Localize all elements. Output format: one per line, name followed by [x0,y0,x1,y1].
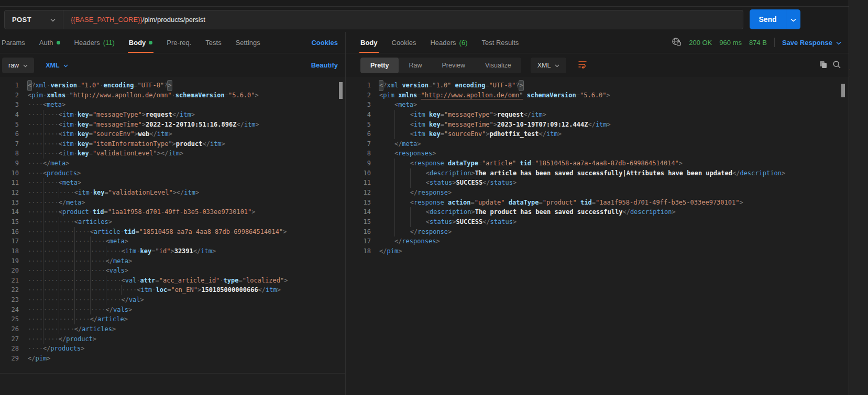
tab-settings[interactable]: Settings [236,32,260,53]
code-line[interactable]: 6········<itm·key="sourceEnv">web</itm> [0,129,345,139]
code-token: = [89,149,93,159]
code-line[interactable]: 5 <itm key="messageTime">2023-10-19T07:0… [346,120,849,130]
code-token: · [90,188,93,198]
code-line[interactable]: 9····</meta> [0,159,345,168]
code-line[interactable]: 13········</meta> [0,198,345,208]
code-token: < [90,227,94,237]
code-line[interactable]: 6 <itm key="sourceEnv">pdhotfix_test</it… [346,129,849,139]
code-line[interactable]: 27········</product> [0,334,345,344]
scrollbar-thumb[interactable] [339,82,343,99]
tab-pre-request[interactable]: Pre-req. [167,32,191,53]
line-content: <description>The product has been saved … [379,207,676,217]
response-body-editor[interactable]: 1<?xml version="1.0" encoding="UTF-8"?>2… [346,77,849,395]
code-token: = [478,159,482,168]
code-token: < [426,207,430,217]
code-line[interactable]: 16················<article·tid="18510458… [0,227,345,237]
code-line[interactable]: 15············<articles> [0,217,345,227]
beautify-button[interactable]: Beautify [311,61,338,69]
code-line[interactable]: 10 <description>The article has been sav… [346,168,849,178]
code-token: </ [394,236,402,246]
view-preview[interactable]: Preview [432,58,475,73]
code-line[interactable]: 21························<val·attr="acc… [0,276,345,286]
code-line[interactable]: 13 <response action="update" dataType="p… [346,198,849,208]
tab-response-body[interactable]: Body [360,32,378,53]
code-line[interactable]: 1<?xml version="1.0" encoding="UTF-8"?> [346,81,849,91]
copy-button[interactable] [816,59,830,72]
code-line[interactable]: 18························<itm·key="id">… [0,246,345,256]
response-time: 960 ms [719,39,742,47]
tab-tests[interactable]: Tests [205,32,221,53]
code-line[interactable]: 17····················<meta> [0,236,345,246]
response-language-select[interactable]: XML [531,58,567,73]
code-line[interactable]: 8········<itm·key="validationLevel"></it… [0,149,345,159]
code-line[interactable]: 25················</article> [0,314,345,324]
scrollbar-thumb[interactable] [841,84,845,97]
code-line[interactable]: 8 <responses> [346,149,849,159]
code-line[interactable]: 29</pim> [0,354,345,364]
code-line[interactable]: 19····················</meta> [0,256,345,266]
code-line[interactable]: 7 </meta> [346,139,849,149]
code-line[interactable]: 18</pim> [346,246,849,256]
wrap-text-button[interactable] [576,59,589,72]
code-line[interactable]: 16 </response> [346,227,849,237]
method-select[interactable]: POST [5,10,63,29]
code-line[interactable]: 2<pim·xmlns="http://www.apollon.de/omn"·… [0,91,345,100]
url-input[interactable]: {{BASE_PATH_CORE}}/pim/products/persist [63,10,743,29]
code-token: "sourceEnv" [444,129,486,139]
code-line[interactable]: 4········<itm·key="messageType">request<… [0,110,345,120]
code-token: loc [156,285,168,295]
code-token: = [531,159,535,168]
code-line[interactable]: 3 <meta> [346,100,849,110]
code-line[interactable]: 9 <response dataType="article" tid="1851… [346,159,849,168]
indent: ···· [43,129,59,139]
view-pretty[interactable]: Pretty [360,58,399,73]
code-line[interactable]: 11 <status>SUCCESS</status> [346,178,849,188]
tab-params[interactable]: Params [2,32,25,53]
code-line[interactable]: 12 </response> [346,188,849,198]
send-options-button[interactable] [786,9,800,29]
code-token: = [151,246,155,256]
code-token: > [173,188,177,198]
code-line[interactable]: 5········<itm·key="messageTime">2022-12-… [0,120,345,130]
globe-lock-icon[interactable] [672,37,682,48]
code-line[interactable]: 7········<itm·key="itemInformationType">… [0,139,345,149]
tab-auth[interactable]: Auth [39,32,60,53]
view-visualize[interactable]: Visualize [475,58,521,73]
code-line[interactable]: 23························</val> [0,295,345,305]
code-line[interactable]: 11········<meta> [0,178,345,188]
tab-body[interactable]: Body [129,32,153,53]
tab-test-results[interactable]: Test Results [482,32,519,53]
tab-headers[interactable]: Headers(11) [74,32,115,53]
body-type-select[interactable]: raw [2,58,34,73]
code-line[interactable]: 2<pim xmlns="http://www.apollon.de/omn" … [346,91,849,100]
indent: ···· [90,266,106,276]
code-line[interactable]: 17 </responses> [346,236,849,246]
search-button[interactable] [830,59,843,72]
code-line[interactable]: 4 <itm key="messageType">request</itm> [346,110,849,120]
language-select[interactable]: XML [46,62,68,69]
code-line[interactable]: 14········<product·tid="1aa1f958-d701-49… [0,207,345,217]
code-line[interactable]: 28····</products> [0,344,345,354]
request-body-editor[interactable]: 1<?xml·version="1.0"·encoding="UTF-8"?>2… [0,77,345,395]
indent: ···· [28,334,43,344]
code-line[interactable]: 12············<itm·key="validationLevel"… [0,188,345,198]
cookies-link[interactable]: Cookies [311,39,338,47]
code-line[interactable]: 3····<meta> [0,100,345,110]
indent [379,217,394,227]
indent: ···· [43,198,59,208]
code-line[interactable]: 24····················</vals> [0,305,345,315]
code-line[interactable]: 20····················<vals> [0,266,345,276]
code-line[interactable]: 15 <status>SUCCESS</status> [346,217,849,227]
line-number: 8 [346,149,371,159]
code-token: key [78,120,89,130]
tab-response-cookies[interactable]: Cookies [392,32,416,53]
code-line[interactable]: 14 <description>The product has been sav… [346,207,849,217]
save-response-button[interactable]: Save Response [782,39,841,47]
tab-response-headers[interactable]: Headers(6) [430,32,467,53]
code-line[interactable]: 22····························<itm·loc="… [0,285,345,295]
code-line[interactable]: 26············</articles> [0,324,345,334]
code-line[interactable]: 10····<products> [0,168,345,178]
send-button[interactable]: Send [750,9,786,29]
view-raw[interactable]: Raw [399,58,432,73]
code-line[interactable]: 1<?xml·version="1.0"·encoding="UTF-8"?> [0,81,345,91]
